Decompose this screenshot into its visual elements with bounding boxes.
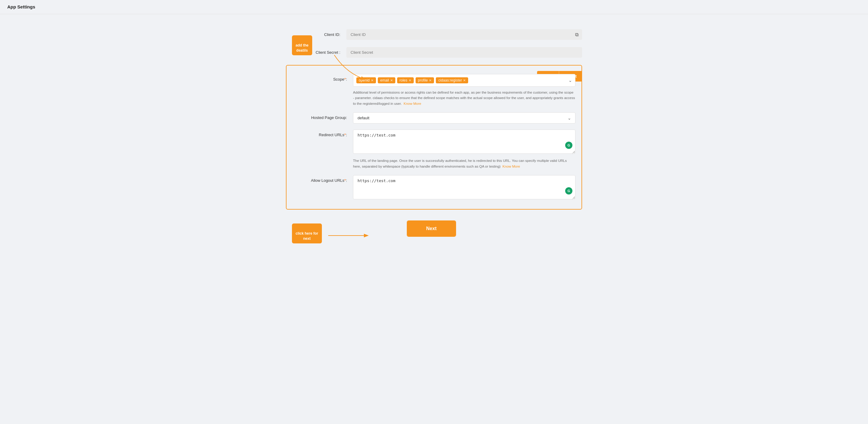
scope-tag-close-email[interactable]: ✕	[390, 78, 393, 83]
client-id-input-wrap: ⧉	[346, 29, 582, 40]
redirect-urls-control: https://test.com G ⋰ The URL of the land…	[353, 130, 576, 169]
redirect-urls-description: The URL of the landing page. Once the us…	[353, 158, 576, 169]
redirect-urls-label: Redirect URLs*:	[292, 130, 353, 137]
next-button[interactable]: Next	[407, 221, 456, 236]
scope-tag-profile: profile✕	[415, 77, 434, 83]
hosted-page-select-wrap: default custom ⌄	[353, 112, 576, 124]
redirect-urls-know-more[interactable]: Know More	[503, 165, 520, 168]
logout-urls-control: https://test.com G ⋰	[353, 175, 576, 200]
client-secret-input[interactable]	[346, 47, 582, 58]
scope-description: Additional level of permissions or acces…	[353, 90, 576, 106]
page-content: add the deatils Client ID: ⧉ Client Secr…	[268, 14, 600, 249]
redirect-urls-input[interactable]: https://test.com	[353, 130, 576, 154]
redirect-urls-textarea-wrap: https://test.com G ⋰	[353, 130, 576, 155]
redirect-urls-row: Redirect URLs*: https://test.com G ⋰ The…	[286, 130, 582, 169]
add-details-arrow	[316, 49, 377, 85]
scope-tag-close-profile[interactable]: ✕	[429, 78, 432, 83]
scope-know-more[interactable]: Know More	[404, 102, 421, 105]
scope-tag-roles: roles✕	[397, 77, 414, 83]
client-id-row: Client ID: ⧉	[286, 29, 582, 40]
scope-dropdown-arrow[interactable]: ⌄	[568, 78, 572, 83]
scope-tag-close-cidaas_register[interactable]: ✕	[463, 78, 466, 83]
logout-urls-textarea-wrap: https://test.com G ⋰	[353, 175, 576, 200]
add-details-annotation: add the deatils	[292, 35, 312, 55]
redirect-grammarly-icon: G	[565, 142, 572, 149]
page-header: App Settings	[0, 0, 868, 14]
logout-urls-input[interactable]: https://test.com	[353, 175, 576, 199]
page-title: App Settings	[7, 4, 35, 9]
redirect-resize-handle: ⋰	[572, 151, 575, 154]
client-secret-control	[346, 47, 582, 58]
copy-icon[interactable]: ⧉	[575, 32, 579, 37]
scope-tags-container: openid✕email✕roles✕profile✕cidaas:regist…	[353, 74, 576, 87]
scope-control: openid✕email✕roles✕profile✕cidaas:regist…	[353, 74, 576, 106]
hosted-page-control: default custom ⌄	[353, 112, 576, 124]
scope-tag-cidaas_register: cidaas:register✕	[436, 77, 468, 83]
client-id-control: ⧉	[346, 29, 582, 40]
orange-section: + Add Import Scope*: openid✕email✕roles✕…	[286, 65, 582, 209]
hosted-page-select[interactable]: default custom	[353, 112, 576, 124]
scope-tag-email: email✕	[378, 77, 395, 83]
logout-urls-label: Allow Logout URLs*:	[292, 175, 353, 183]
hosted-page-row: Hosted Page Group: default custom ⌄	[286, 112, 582, 124]
client-id-input[interactable]	[346, 29, 582, 40]
hosted-page-label: Hosted Page Group:	[292, 112, 353, 120]
next-button-row: click here for next Next	[286, 221, 582, 237]
click-next-arrow	[325, 230, 385, 244]
logout-resize-handle: ⋰	[572, 197, 575, 200]
logout-grammarly-icon: G	[565, 187, 572, 194]
scope-tag-close-roles[interactable]: ✕	[409, 78, 411, 83]
next-button-wrapper: Next	[407, 221, 456, 237]
click-next-annotation: click here for next	[292, 224, 322, 243]
logout-urls-row: Allow Logout URLs*: https://test.com G ⋰	[286, 175, 582, 200]
